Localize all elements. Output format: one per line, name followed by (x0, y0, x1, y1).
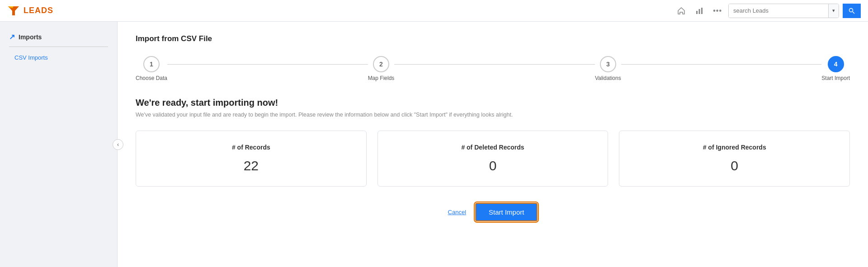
page-title: Import from CSV File (136, 34, 850, 43)
step-3: 3 Validations (595, 56, 621, 81)
stat-card-deleted: # of Deleted Records 0 (377, 131, 609, 187)
main-content: Import from CSV File 1 Choose Data 2 Map… (118, 22, 868, 267)
stat-card-records: # of Records 22 (136, 131, 367, 187)
step-circle-3: 3 (600, 56, 616, 72)
funnel-icon (7, 5, 20, 17)
home-icon (677, 6, 686, 15)
svg-point-6 (849, 8, 853, 12)
step-connector-2-3 (394, 64, 595, 65)
action-bar: Cancel Start Import (136, 203, 850, 221)
step-label-4: Start Import (821, 75, 850, 81)
stat-value-deleted: 0 (387, 158, 599, 173)
stat-label-deleted: # of Deleted Records (387, 144, 599, 151)
step-label-2: Map Fields (368, 75, 395, 81)
stats-row: # of Records 22 # of Deleted Records 0 #… (136, 131, 850, 187)
sidebar-item-csv-imports[interactable]: CSV Imports (0, 51, 117, 65)
search-button[interactable] (843, 4, 861, 18)
step-circle-1: 1 (143, 56, 160, 72)
stat-value-ignored: 0 (628, 158, 840, 173)
layout: ↗ Imports CSV Imports ‹ Import from CSV … (0, 22, 868, 267)
search-dropdown-button[interactable]: ▾ (828, 4, 839, 18)
ready-title: We're ready, start importing now! (136, 98, 850, 108)
search-icon (848, 7, 855, 14)
imports-arrow-icon: ↗ (9, 33, 15, 41)
stat-label-records: # of Records (145, 144, 357, 151)
chart-icon (695, 6, 704, 15)
stepper: 1 Choose Data 2 Map Fields 3 Validations… (136, 56, 850, 81)
search-input[interactable] (729, 4, 828, 18)
cancel-button[interactable]: Cancel (448, 209, 466, 215)
step-connector-1-2 (167, 64, 368, 65)
step-connector-3-4 (621, 64, 822, 65)
sidebar-collapse-button[interactable]: ‹ (113, 139, 123, 150)
home-button[interactable] (674, 4, 689, 18)
stat-value-records: 22 (145, 158, 357, 173)
step-circle-2: 2 (373, 56, 389, 72)
sidebar-divider (9, 47, 108, 47)
sidebar: ↗ Imports CSV Imports ‹ (0, 22, 118, 267)
step-label-3: Validations (595, 75, 621, 81)
step-circle-4: 4 (828, 56, 844, 72)
stat-card-ignored: # of Ignored Records 0 (619, 131, 850, 187)
step-label-1: Choose Data (136, 75, 167, 81)
search-container: ▾ (728, 4, 839, 18)
more-button[interactable]: ••• (710, 4, 725, 18)
nav-actions: ••• ▾ (674, 4, 861, 18)
sidebar-section-title: ↗ Imports (0, 29, 117, 45)
ready-subtitle: We've validated your input file and are … (136, 112, 850, 118)
svg-rect-3 (696, 11, 698, 14)
start-import-button[interactable]: Start Import (475, 203, 538, 221)
svg-line-7 (853, 12, 854, 14)
top-nav: LEADS ••• ▾ (0, 0, 868, 22)
svg-rect-4 (699, 9, 700, 14)
svg-rect-5 (701, 8, 703, 14)
step-1: 1 Choose Data (136, 56, 167, 81)
stat-label-ignored: # of Ignored Records (628, 144, 840, 151)
step-4: 4 Start Import (821, 56, 850, 81)
app-logo: LEADS (7, 5, 53, 17)
chart-button[interactable] (692, 4, 707, 18)
step-2: 2 Map Fields (368, 56, 395, 81)
